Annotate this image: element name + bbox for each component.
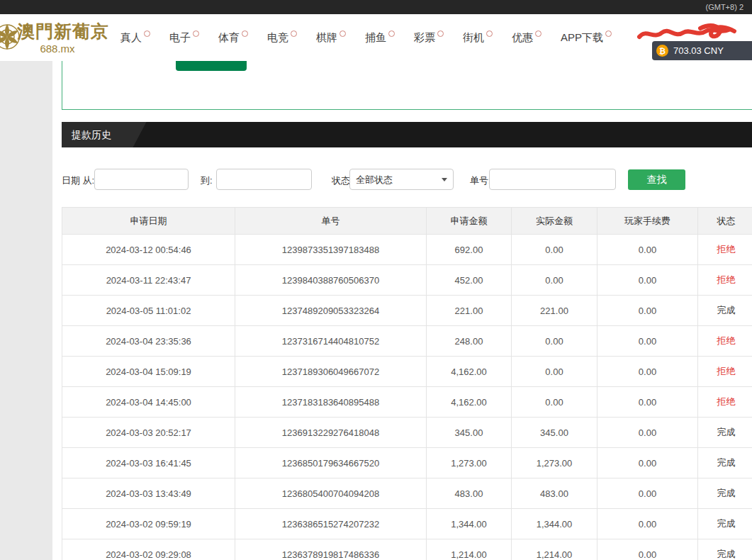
cell-actual: 1,344.00: [512, 509, 597, 539]
cell-actual: 0.00: [512, 387, 597, 418]
status-text: 拒绝: [717, 274, 736, 285]
cell-order: 1236850179634667520: [235, 448, 427, 478]
cell-actual: 1,214.00: [512, 539, 597, 560]
hot-badge-icon: [388, 30, 395, 37]
cell-fee: 0.00: [597, 418, 698, 448]
cell-fee: 0.00: [597, 326, 698, 357]
nav-item-esports[interactable]: 电竞: [267, 30, 297, 45]
cell-order: 1239873351397183488: [235, 235, 427, 265]
nav-label: 捕鱼: [365, 30, 386, 45]
nav-label: 体育: [218, 30, 240, 45]
status-text: 拒绝: [717, 396, 736, 407]
hot-badge-icon: [242, 30, 248, 37]
nav-item-live[interactable]: 真人: [120, 30, 150, 45]
cell-order: 1236378919817486336: [235, 539, 427, 560]
cell-status: 完成: [698, 296, 752, 326]
content-panel: 提款历史 日期 从: 到: 状态: 全部状态 单号: 查找: [52, 61, 752, 560]
nav-item-promo[interactable]: 优惠: [512, 30, 541, 45]
nav-item-sports[interactable]: 体育: [218, 30, 248, 45]
nav-item-slots[interactable]: 电子: [169, 30, 199, 45]
status-select[interactable]: 全部状态: [349, 169, 454, 190]
date-to-label: 到:: [201, 174, 213, 187]
status-text: 拒绝: [717, 366, 736, 376]
col-header-amount: 申请金额: [427, 208, 512, 235]
balance-amount: 703.03 CNY: [673, 45, 724, 56]
cell-order: 1236386515274207232: [235, 509, 427, 539]
cell-date: 2024-03-02 09:29:08: [62, 539, 235, 560]
nav-label: 电子: [169, 30, 191, 45]
cell-amount: 345.00: [427, 418, 512, 448]
table-row: 2024-03-12 00:54:46 1239873351397183488 …: [62, 235, 752, 265]
col-header-order: 单号: [235, 208, 427, 235]
cell-date: 2024-03-04 14:45:00: [62, 387, 235, 418]
cell-date: 2024-03-12 00:54:46: [62, 235, 235, 265]
submit-button[interactable]: [176, 61, 247, 71]
cell-status: 完成: [698, 418, 752, 448]
hot-badge-icon: [193, 30, 199, 37]
status-select-wrap: 全部状态: [349, 169, 454, 190]
hot-badge-icon: [486, 30, 493, 37]
table-row: 2024-03-11 22:43:47 1239840388760506370 …: [62, 265, 752, 296]
status-text: 完成: [717, 488, 736, 498]
nav-item-arcade[interactable]: 街机: [463, 30, 493, 45]
cell-fee: 0.00: [597, 265, 698, 296]
cell-actual: 0.00: [512, 326, 597, 357]
cell-order: 1236913229276418048: [235, 418, 427, 448]
status-text: 完成: [717, 457, 736, 468]
cell-amount: 452.00: [427, 265, 512, 296]
table-row: 2024-03-05 11:01:02 1237489209053323264 …: [62, 296, 752, 326]
cell-status: 拒绝: [698, 357, 752, 387]
cell-amount: 4,162.00: [427, 357, 512, 387]
search-button[interactable]: 查找: [628, 169, 685, 190]
cell-date: 2024-03-04 15:09:19: [62, 357, 235, 387]
cell-fee: 0.00: [597, 235, 698, 265]
cell-date: 2024-03-02 09:59:19: [62, 509, 235, 539]
status-text: 完成: [717, 518, 736, 529]
cell-status: 完成: [698, 539, 752, 560]
date-to-input[interactable]: [216, 169, 312, 190]
cell-amount: 4,162.00: [427, 387, 512, 418]
cell-actual: 483.00: [512, 478, 597, 509]
cell-status: 拒绝: [698, 265, 752, 296]
nav-label: 棋牌: [316, 30, 337, 45]
col-header-status: 状态: [698, 208, 752, 235]
date-from-input[interactable]: [94, 169, 189, 190]
nav-item-fishing[interactable]: 捕鱼: [365, 30, 395, 45]
table-row: 2024-03-02 09:59:19 1236386515274207232 …: [62, 509, 752, 539]
cell-status: 完成: [698, 509, 752, 539]
cell-amount: 221.00: [427, 296, 512, 326]
table-row: 2024-03-02 09:29:08 1236378919817486336 …: [62, 539, 752, 560]
hot-badge-icon: [144, 30, 150, 37]
cell-fee: 0.00: [597, 357, 698, 387]
hot-badge-icon: [291, 30, 297, 37]
cell-actual: 345.00: [512, 418, 597, 448]
cell-amount: 483.00: [427, 478, 512, 509]
col-header-actual: 实际金额: [512, 208, 597, 235]
balance-pill[interactable]: ₿ 703.03 CNY: [652, 41, 752, 60]
cell-status: 完成: [698, 478, 752, 509]
hot-badge-icon: [535, 30, 541, 37]
nav-item-cards[interactable]: 棋牌: [316, 30, 346, 45]
nav-item-app[interactable]: APP下载: [561, 30, 612, 45]
cell-amount: 1,344.00: [427, 509, 512, 539]
cell-amount: 1,273.00: [427, 448, 512, 478]
col-header-fee: 玩家手续费: [597, 208, 698, 235]
order-input[interactable]: [489, 169, 616, 190]
status-text: 完成: [717, 305, 736, 315]
status-text: 完成: [717, 427, 736, 437]
status-text: 拒绝: [717, 335, 736, 346]
cell-amount: 1,214.00: [427, 539, 512, 560]
cell-actual: 0.00: [512, 265, 597, 296]
cell-actual: 1,273.00: [512, 448, 597, 478]
hot-badge-icon: [605, 30, 612, 37]
nav-label: 真人: [120, 30, 142, 45]
nav-item-lottery[interactable]: 彩票: [414, 30, 444, 45]
filter-bar: 日期 从: 到: 状态: 全部状态 单号: 查找: [52, 169, 752, 191]
status-text: 完成: [717, 549, 736, 559]
header-row: 申请日期 单号 申请金额 实际金额 玩家手续费 状态: [62, 208, 752, 235]
cell-actual: 0.00: [512, 357, 597, 387]
form-box: [62, 61, 752, 110]
cell-order: 1237489209053323264: [235, 296, 427, 326]
cell-status: 完成: [698, 448, 752, 478]
cell-date: 2024-03-04 23:35:36: [62, 326, 235, 357]
